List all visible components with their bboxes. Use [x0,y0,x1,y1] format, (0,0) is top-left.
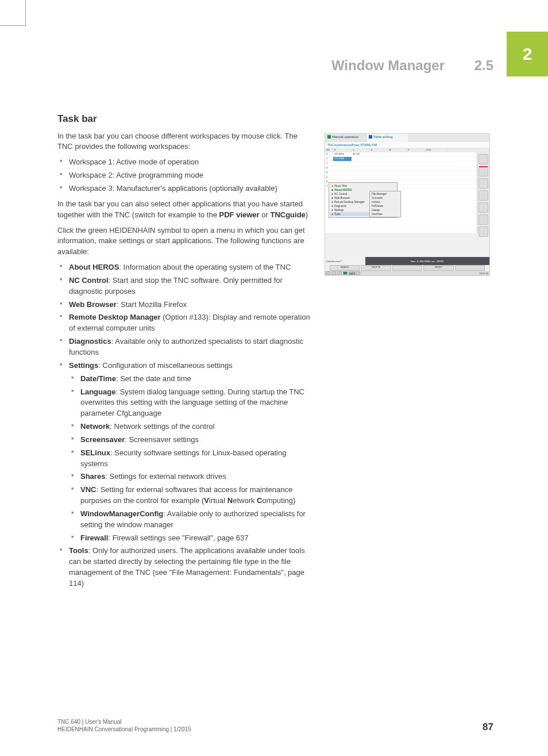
heros-menu: About Xfce About HEROS NC Control Web Br… [329,182,398,218]
sidebar-button [478,190,488,201]
page-number: 87 [483,722,493,733]
sidebar-button [478,178,488,189]
col-doc: DOC [425,148,448,152]
status-label: Unterbrochen? [325,259,365,264]
menu-label: Remote Desktop Manager [334,201,365,204]
sidebar-button [478,202,488,213]
footer-line: TNC 640 | User's Manual [57,718,191,726]
screenshot-statusbar: Unterbrochen? Nom. X+534.35645 mm +99999… [325,257,489,265]
cell: 49.155 [352,152,370,156]
text: : Settings for external network drives [105,472,226,481]
text: : Configuration of miscellaneous setting… [98,361,232,370]
bold: PDF viewer [219,210,260,219]
text: : Information about the operating system… [119,263,291,271]
para-menu: Click the green HEIDENHAIN symbol to ope… [57,225,310,258]
submenu-item: ristretto [371,200,400,204]
menu-item-about-xfce: About Xfce [330,184,396,188]
table-row: 1 129.9993 [325,157,477,162]
sidebar-button [478,166,488,176]
table-row: 5 [325,175,477,180]
crop-mark-vertical [25,0,26,26]
list-item: SELinux: Security software settings for … [69,448,310,470]
text: etwork [233,496,257,505]
taskbar-heros-icon [343,271,348,275]
menu-label: Tools [334,213,341,216]
submenu-item: File Manager [371,192,400,196]
workspace-list: Workspace 1: Active mode of operation Wo… [57,157,310,194]
list-item: Screensaver: Screensaver settings [69,435,310,446]
list-item: Settings: Configuration of miscellaneous… [57,360,310,544]
footer-line: HEIDENHAIN Conversational Programming | … [57,726,191,733]
page-footer: TNC 640 | User's Manual HEIDENHAIN Conve… [57,718,493,733]
list-item: VNC: Setting for external softwares that… [69,485,310,506]
bold: C [257,496,262,505]
bold: VNC [80,485,96,494]
bold: Diagnostics [69,337,111,346]
bold: Web Browser [69,300,117,309]
text: omputing) [263,496,296,505]
menu-label: About Xfce [334,185,347,187]
softkey: INSERT [330,265,360,271]
table-row: 2 [325,162,477,166]
submenu-item: Geeqie [371,208,400,212]
list-item: Language: System dialog language setting… [69,387,310,420]
table-row: 4 [325,171,477,175]
header-title: Window Manager [331,57,445,74]
bold: V [204,496,209,505]
screenshot-softkey-row: INSERT DELETE RESET [325,265,489,271]
header-section-number: 2.5 [474,57,493,74]
tools-submenu: File Manager Gnumeric ristretto PdfViewe… [369,191,401,217]
table-row: 3 [325,166,477,171]
embedded-screenshot: Manual operation Table editing TNC:\syst… [325,133,490,276]
bold: WindowManagerConfig [80,509,163,518]
softkey [455,265,485,271]
bold: Screensaver [80,435,125,444]
text: : Only for authorized users. The applica… [69,546,305,588]
col-nr: NR [325,148,333,152]
bold: NC Control [69,276,109,285]
menu-label: Web Browser [334,197,350,199]
bold: TNCguide [270,210,305,219]
menu-label: Settings [334,209,344,212]
tab-label: Table editing [373,135,393,139]
taskbar-app: MP4 [349,271,360,275]
crop-mark-horizontal [0,25,26,26]
taskbar-ws1 [326,271,330,275]
bold: N [227,496,233,505]
softkey: RESET [423,265,453,271]
list-item: About HEROS: Information about the opera… [57,262,310,273]
functions-list: About HEROS: Information about the opera… [57,262,310,589]
cell: 1 [325,157,333,161]
settings-sublist: Date/Time: Set the date and time Languag… [69,374,310,544]
col-c: C [407,148,425,152]
screenshot-table-header: NR X Y Z B C DOC [325,148,489,152]
submenu-item: Gnumeric [371,196,400,200]
chapter-tab: 2 [507,32,548,76]
col-b: B [388,148,407,152]
taskbar-clock: 09:31:49 [479,272,488,275]
text: or [260,210,271,219]
text: ) [306,210,308,219]
screenshot-right-sidebar [477,152,489,233]
section-heading: Task bar [57,112,310,126]
para-intro: In the task bar you can choose different… [57,131,310,153]
status-coordinates: Nom. X+534.35645 mm +99999. [365,257,489,265]
bold: Settings [69,361,98,370]
sidebar-button [478,227,488,237]
col-x: X [333,148,352,152]
taskbar-ws2 [331,271,336,275]
screenshot-header: Manual operation Table editing [325,134,489,142]
bold: Network [80,422,110,431]
text: : Screensaver settings [125,435,199,444]
list-item: Web Browser: Start Mozilla Firefox [57,300,310,310]
list-item: Workspace 3: Manufacturer's applications… [57,183,310,194]
para-apps: In the task bar you can also select othe… [57,199,310,221]
list-item: Network: Network settings of the control [69,421,310,432]
screenshot-file-path: TNC:\system\proto\Proto_PT(MM).TAB [325,142,489,148]
submenu-item: Xarchiver [371,212,400,216]
col-y: Y [352,148,370,152]
text: : Security software settings for Linux-b… [80,448,286,468]
list-item: Workspace 1: Active mode of operation [57,157,310,168]
screenshot-body: 0 120.0993 49.155 1 129.9993 2 3 4 5 6 7… [325,152,489,233]
softkey [392,265,422,271]
